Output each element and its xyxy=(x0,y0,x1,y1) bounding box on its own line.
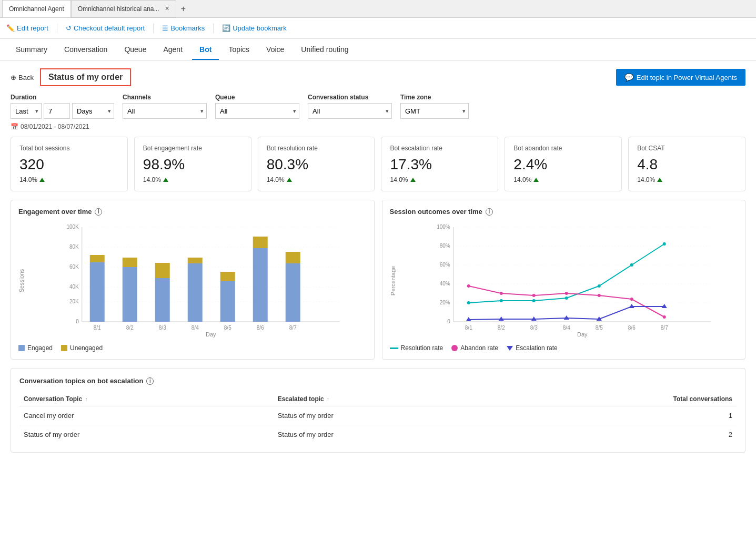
conversation-topics-table: Conversation Topic ↑ Escalated topic ↑ T… xyxy=(19,392,737,444)
conv-status-select[interactable]: All xyxy=(308,103,392,119)
conv-status-filter: Conversation status All xyxy=(308,94,392,119)
svg-text:60K: 60K xyxy=(69,264,79,270)
svg-text:8/1: 8/1 xyxy=(94,325,101,331)
svg-text:80K: 80K xyxy=(69,244,79,250)
nav-tab-summary[interactable]: Summary xyxy=(8,40,55,60)
svg-text:8/7: 8/7 xyxy=(289,325,297,331)
engagement-title-text: Engagement over time xyxy=(18,208,92,216)
nav-tabs: Summary Conversation Queue Agent Bot Top… xyxy=(0,39,756,61)
conv-status-label: Conversation status xyxy=(308,94,392,101)
legend-engaged: Engaged xyxy=(18,344,53,352)
duration-unit-select[interactable]: Days Weeks Months xyxy=(72,103,114,119)
col-topic-label: Conversation Topic xyxy=(24,395,82,403)
close-tab-icon[interactable]: ✕ xyxy=(165,5,169,12)
tab-omnichannel-historical[interactable]: Omnichannel historical ana... ✕ xyxy=(71,0,176,17)
nav-tab-topics[interactable]: Topics xyxy=(221,40,257,60)
svg-text:100%: 100% xyxy=(437,224,450,230)
kpi-up-icon-2 xyxy=(287,176,292,183)
sort-icon-escalated: ↑ xyxy=(327,396,329,402)
checkout-report-button[interactable]: ↺ Checkout default report xyxy=(66,24,145,32)
svg-text:8/4: 8/4 xyxy=(562,325,570,331)
timezone-label: Time zone xyxy=(400,94,469,101)
col-header-topic[interactable]: Conversation Topic ↑ xyxy=(19,392,274,406)
legend-escalation-triangle xyxy=(507,346,513,351)
separator-1 xyxy=(57,24,57,33)
kpi-csat: Bot CSAT 4.8 14.0% xyxy=(628,137,745,191)
queue-select[interactable]: All xyxy=(215,103,299,119)
table-info-icon[interactable]: i xyxy=(146,377,154,385)
legend-escalation-label: Escalation rate xyxy=(516,344,557,352)
nav-tab-bot[interactable]: Bot xyxy=(192,40,219,60)
timezone-select[interactable]: GMT xyxy=(400,103,469,119)
nav-tab-conversation[interactable]: Conversation xyxy=(57,40,115,60)
abandon-pt-3 xyxy=(565,292,568,295)
charts-row: Engagement over time i Sessions 100K 80K… xyxy=(11,200,745,360)
bar-unengaged-5 xyxy=(253,237,268,248)
session-info-icon[interactable]: i xyxy=(486,208,493,216)
duration-last-select[interactable]: Last xyxy=(11,103,42,119)
table-row-1: Status of my order Status of my order 2 xyxy=(19,425,737,444)
legend-resolution: Resolution rate xyxy=(390,344,443,352)
table-body: Cancel my order Status of my order 1 Sta… xyxy=(19,406,737,444)
bar-unengaged-1 xyxy=(123,258,137,267)
engagement-info-icon[interactable]: i xyxy=(95,208,102,216)
update-bookmark-button[interactable]: 🔄 Update bookmark xyxy=(222,24,287,32)
resolution-pt-4 xyxy=(597,284,600,288)
kpi-change-0: 14.0% xyxy=(19,176,119,183)
row-0-topic: Cancel my order xyxy=(19,406,274,425)
tab-omnichannel-agent[interactable]: Omnichannel Agent xyxy=(2,0,71,17)
session-chart-card: Session outcomes over time i Percentage … xyxy=(382,200,746,360)
duration-number-input[interactable] xyxy=(44,103,70,119)
checkout-report-label: Checkout default report xyxy=(74,24,145,32)
svg-text:80%: 80% xyxy=(439,243,450,249)
escalation-pt-3 xyxy=(563,315,569,320)
nav-tab-queue[interactable]: Queue xyxy=(117,40,154,60)
kpi-value-2: 80.3% xyxy=(267,156,366,173)
kpi-change-1: 14.0% xyxy=(143,176,243,183)
abandon-line xyxy=(468,286,664,317)
resolution-pt-6 xyxy=(662,242,666,246)
toolbar: ✏️ Edit report ↺ Checkout default report… xyxy=(0,18,756,39)
add-tab-button[interactable]: + xyxy=(176,2,191,16)
svg-text:8/7: 8/7 xyxy=(660,325,668,331)
row-1-escalated: Status of my order xyxy=(274,425,499,444)
update-icon: 🔄 xyxy=(222,24,230,32)
legend-abandon: Abandon rate xyxy=(451,344,498,352)
edit-topic-button[interactable]: 💬 Edit topic in Power Virtual Agents xyxy=(616,69,745,86)
header-row: ⊕ Back Status of my order 💬 Edit topic i… xyxy=(11,68,745,86)
nav-tab-unified-routing[interactable]: Unified routing xyxy=(294,40,356,60)
kpi-change-text-5: 14.0% xyxy=(637,176,655,183)
tab-historical-label: Omnichannel historical ana... xyxy=(78,5,159,13)
session-title-text: Session outcomes over time xyxy=(390,208,482,216)
edit-topic-icon: 💬 xyxy=(624,73,633,81)
table-title-text: Conversation topics on bot escalation xyxy=(19,377,143,385)
bookmarks-label: Bookmarks xyxy=(170,24,205,32)
row-0-count: 1 xyxy=(499,406,737,425)
channels-select[interactable]: All xyxy=(123,103,207,119)
session-legend: Resolution rate Abandon rate Escalation … xyxy=(390,344,738,352)
kpi-value-0: 320 xyxy=(19,156,119,173)
legend-abandon-dot xyxy=(451,345,458,351)
channels-filter: Channels All xyxy=(123,94,207,119)
resolution-pt-2 xyxy=(532,299,535,302)
bar-engaged-1 xyxy=(123,267,137,322)
back-button[interactable]: ⊕ Back xyxy=(11,74,34,81)
legend-abandon-label: Abandon rate xyxy=(460,344,498,352)
queue-label: Queue xyxy=(215,94,299,101)
kpi-title-0: Total bot sessions xyxy=(19,145,119,152)
svg-text:Day: Day xyxy=(206,331,216,338)
nav-tab-agent[interactable]: Agent xyxy=(156,40,190,60)
kpi-change-3: 14.0% xyxy=(390,176,489,183)
edit-report-button[interactable]: ✏️ Edit report xyxy=(6,24,48,32)
nav-tab-voice[interactable]: Voice xyxy=(259,40,291,60)
bookmarks-button[interactable]: ☰ Bookmarks xyxy=(162,24,205,32)
kpi-change-text-3: 14.0% xyxy=(390,176,408,183)
svg-text:40%: 40% xyxy=(439,281,450,287)
col-escalated-label: Escalated topic xyxy=(278,395,324,403)
kpi-value-5: 4.8 xyxy=(637,156,737,173)
col-header-escalated[interactable]: Escalated topic ↑ xyxy=(274,392,499,406)
kpi-engagement-rate: Bot engagement rate 98.9% 14.0% xyxy=(134,137,251,191)
bar-unengaged-4 xyxy=(220,272,235,281)
kpi-change-text-0: 14.0% xyxy=(19,176,37,183)
svg-text:8/5: 8/5 xyxy=(595,325,602,331)
